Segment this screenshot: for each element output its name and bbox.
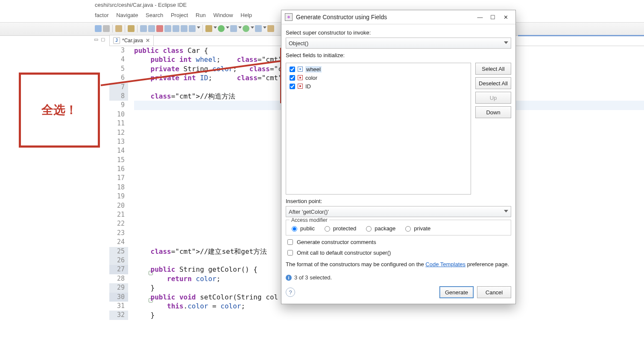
field-checkbox[interactable] — [290, 84, 295, 89]
field-name: wheel — [305, 66, 322, 73]
info-icon: i — [286, 275, 292, 281]
java-file-icon: J — [113, 37, 120, 44]
toggle-mark-icon[interactable] — [173, 25, 179, 32]
insertion-point-label: Insertion point: — [286, 198, 511, 204]
link-editor-icon[interactable] — [164, 25, 171, 32]
dropdown-icon[interactable] — [238, 26, 241, 29]
new-class-icon[interactable] — [148, 25, 155, 32]
close-button[interactable]: ✕ — [499, 12, 512, 22]
window-title: ceshi/src/ceshi/Car.java - Eclipse IDE — [0, 0, 644, 10]
dialog-title: Generate Constructor using Fields — [296, 14, 474, 20]
menu-search[interactable]: Search — [146, 12, 163, 18]
help-button[interactable]: ? — [286, 288, 295, 297]
access-modifier-group: Access modifier public protected package… — [286, 220, 511, 235]
skip-breakpoints-icon[interactable] — [128, 25, 135, 32]
ext-tools-icon[interactable] — [255, 25, 262, 32]
menu-window[interactable]: Window — [213, 12, 233, 18]
maximize-view-icon[interactable]: ▢ — [101, 37, 105, 42]
insertion-point-combo[interactable]: After 'getColor()' — [286, 206, 511, 217]
format-hint: The format of the constructors may be co… — [286, 261, 511, 267]
tab-label: *Car.java — [122, 38, 143, 44]
tab-car-java[interactable]: J *Car.java ✕ — [109, 35, 154, 46]
insertion-point-value: After 'getColor()' — [289, 209, 329, 215]
minimize-view-icon[interactable]: ▭ — [94, 37, 98, 42]
dropdown-icon[interactable] — [197, 26, 200, 29]
run-last-icon[interactable] — [243, 25, 249, 32]
move-up-button[interactable]: Up — [475, 92, 511, 104]
chevron-down-icon — [504, 210, 508, 212]
pin-icon[interactable] — [181, 25, 187, 32]
field-item-ID[interactable]: ID — [287, 82, 470, 90]
editor-mini-toolbar: ▭ ▢ — [92, 35, 105, 44]
radio-private[interactable]: private — [403, 225, 430, 232]
chevron-down-icon — [504, 41, 508, 44]
annotation-text: 全选！ — [41, 102, 77, 118]
super-constructor-value: Object() — [289, 40, 308, 46]
selection-count: i 3 of 3 selected. — [286, 274, 511, 281]
annotation-box: 全选！ — [19, 73, 100, 148]
minimize-button[interactable]: — — [474, 12, 486, 22]
search-icon[interactable] — [189, 25, 196, 32]
stop-icon[interactable] — [156, 25, 163, 32]
field-item-color[interactable]: color — [287, 73, 470, 82]
field-name: ID — [305, 83, 311, 90]
select-all-button[interactable]: Select All — [475, 63, 511, 75]
menu-refactor[interactable]: factor — [95, 12, 109, 18]
save-all-icon[interactable] — [103, 25, 110, 32]
visibility-icon — [298, 75, 303, 80]
radio-public[interactable]: public — [290, 225, 315, 232]
code-templates-link[interactable]: Code Templates — [425, 261, 465, 267]
generate-constructor-dialog: Generate Constructor using Fields — ☐ ✕ … — [281, 10, 516, 304]
save-icon[interactable] — [95, 25, 102, 32]
coverage-icon[interactable] — [230, 25, 237, 32]
deselect-all-button[interactable]: Deselect All — [475, 77, 511, 89]
visibility-icon — [298, 84, 303, 89]
select-fields-label: Select fields to initialize: — [286, 52, 511, 58]
dropdown-icon[interactable] — [214, 26, 217, 29]
field-checkbox[interactable] — [290, 67, 295, 72]
select-super-label: Select super constructor to invoke: — [286, 29, 511, 36]
dropdown-icon[interactable] — [263, 26, 266, 29]
close-tab-icon[interactable]: ✕ — [146, 38, 150, 44]
new-package-icon[interactable] — [140, 25, 147, 32]
generate-button[interactable]: Generate — [439, 286, 474, 298]
menu-run[interactable]: Run — [196, 12, 206, 18]
omit-super-checkbox[interactable]: Omit call to default constructor super() — [286, 249, 511, 257]
debug-icon[interactable] — [205, 25, 212, 32]
menu-navigate[interactable]: Navigate — [116, 12, 138, 18]
field-name: color — [305, 75, 317, 81]
generate-comments-checkbox[interactable]: Generate constructor comments — [286, 238, 511, 246]
run-icon[interactable] — [218, 25, 225, 32]
radio-protected[interactable]: protected — [322, 225, 356, 232]
fields-list[interactable]: wheelcolorID — [286, 63, 471, 195]
maximize-button[interactable]: ☐ — [486, 12, 499, 22]
radio-package[interactable]: package — [364, 225, 395, 232]
cancel-button[interactable]: Cancel — [477, 286, 511, 298]
access-modifier-label: Access modifier — [290, 217, 329, 223]
field-item-wheel[interactable]: wheel — [287, 65, 470, 73]
visibility-icon — [298, 67, 303, 72]
field-checkbox[interactable] — [290, 75, 295, 81]
dropdown-icon[interactable] — [226, 26, 229, 29]
dropdown-icon[interactable] — [251, 26, 254, 29]
super-constructor-combo[interactable]: Object() — [286, 38, 511, 49]
marker-gutter — [128, 46, 134, 340]
dialog-icon — [285, 13, 293, 21]
dialog-titlebar[interactable]: Generate Constructor using Fields — ☐ ✕ — [281, 10, 515, 24]
open-type-icon[interactable] — [115, 25, 122, 32]
menu-project[interactable]: Project — [171, 12, 188, 18]
new-java-icon[interactable] — [267, 25, 274, 32]
menu-help[interactable]: Help — [240, 12, 252, 18]
line-number-gutter: 3456789101112131415161718192021222324252… — [109, 46, 128, 340]
move-down-button[interactable]: Down — [475, 106, 511, 118]
